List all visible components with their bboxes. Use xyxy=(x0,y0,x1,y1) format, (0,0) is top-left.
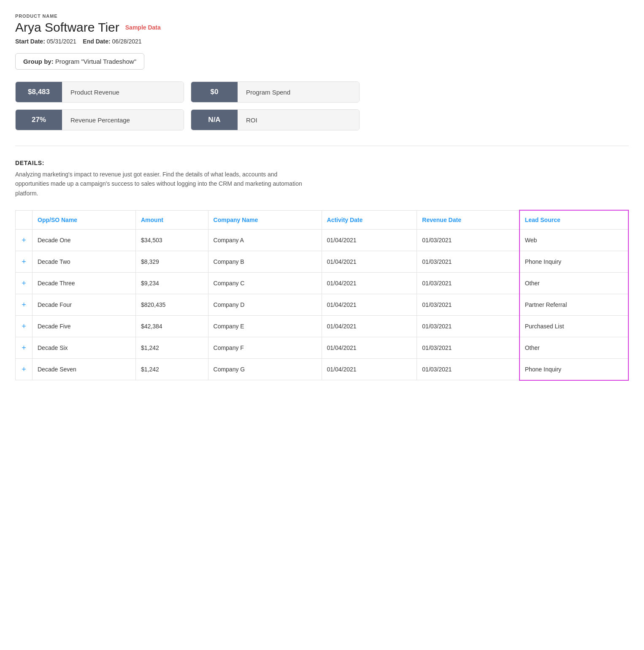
cell-lead_source-6: Phone Inquiry xyxy=(520,359,628,380)
cell-activity_date-1: 01/04/2021 xyxy=(322,251,417,273)
data-table: Opp/SO NameAmountCompany NameActivity Da… xyxy=(15,210,629,381)
cell-revenue_date-3: 01/03/2021 xyxy=(417,294,520,316)
cell-company_name-5: Company F xyxy=(208,337,322,359)
cell-expand-4: + xyxy=(16,316,32,337)
cell-opp_so_name-0: Decade One xyxy=(32,230,136,251)
col-header-lead_source[interactable]: Lead Source xyxy=(520,210,628,230)
metric-label-0: Product Revenue xyxy=(62,82,184,102)
metric-value-1: $0 xyxy=(191,82,238,102)
cell-opp_so_name-5: Decade Six xyxy=(32,337,136,359)
cell-opp_so_name-2: Decade Three xyxy=(32,273,136,294)
table-row: +Decade Seven$1,242Company G01/04/202101… xyxy=(16,359,629,380)
cell-amount-0: $34,503 xyxy=(136,230,208,251)
cell-amount-2: $9,234 xyxy=(136,273,208,294)
cell-opp_so_name-4: Decade Five xyxy=(32,316,136,337)
cell-activity_date-3: 01/04/2021 xyxy=(322,294,417,316)
cell-lead_source-1: Phone Inquiry xyxy=(520,251,628,273)
expand-button-6[interactable]: + xyxy=(22,366,26,373)
cell-opp_so_name-1: Decade Two xyxy=(32,251,136,273)
cell-amount-6: $1,242 xyxy=(136,359,208,380)
metric-label-1: Program Spend xyxy=(238,82,359,102)
sample-data-badge: Sample Data xyxy=(125,24,161,31)
product-title: Arya Software Tier xyxy=(15,20,119,35)
cell-company_name-6: Company G xyxy=(208,359,322,380)
cell-lead_source-4: Purchased List xyxy=(520,316,628,337)
table-row: +Decade One$34,503Company A01/04/202101/… xyxy=(16,230,629,251)
cell-lead_source-0: Web xyxy=(520,230,628,251)
metric-label-3: ROI xyxy=(238,110,359,130)
col-header-revenue_date[interactable]: Revenue Date xyxy=(417,210,520,230)
metric-value-2: 27% xyxy=(16,110,62,130)
cell-amount-3: $820,435 xyxy=(136,294,208,316)
expand-button-5[interactable]: + xyxy=(22,344,26,352)
table-row: +Decade Four$820,435Company D01/04/20210… xyxy=(16,294,629,316)
table-row: +Decade Three$9,234Company C01/04/202101… xyxy=(16,273,629,294)
cell-lead_source-2: Other xyxy=(520,273,628,294)
metric-card-2: 27%Revenue Percentage xyxy=(15,109,184,130)
cell-activity_date-6: 01/04/2021 xyxy=(322,359,417,380)
metrics-grid: $8,483Product Revenue$0Program Spend27%R… xyxy=(15,81,629,130)
cell-expand-5: + xyxy=(16,337,32,359)
cell-amount-4: $42,384 xyxy=(136,316,208,337)
dates-row: Start Date: 05/31/2021 End Date: 06/28/2… xyxy=(15,38,629,45)
cell-amount-1: $8,329 xyxy=(136,251,208,273)
cell-company_name-3: Company D xyxy=(208,294,322,316)
cell-activity_date-0: 01/04/2021 xyxy=(322,230,417,251)
metric-value-3: N/A xyxy=(191,110,238,130)
details-title: DETAILS: xyxy=(15,160,629,166)
details-text: Analyzing marketing's impact to revenue … xyxy=(15,170,311,198)
col-header-activity_date[interactable]: Activity Date xyxy=(322,210,417,230)
cell-opp_so_name-3: Decade Four xyxy=(32,294,136,316)
cell-company_name-1: Company B xyxy=(208,251,322,273)
expand-button-0[interactable]: + xyxy=(22,236,26,244)
cell-expand-1: + xyxy=(16,251,32,273)
col-header-expand xyxy=(16,210,32,230)
metric-label-2: Revenue Percentage xyxy=(62,110,184,130)
table-row: +Decade Five$42,384Company E01/04/202101… xyxy=(16,316,629,337)
col-header-opp_so_name[interactable]: Opp/SO Name xyxy=(32,210,136,230)
cell-revenue_date-1: 01/03/2021 xyxy=(417,251,520,273)
expand-button-2[interactable]: + xyxy=(22,279,26,287)
cell-expand-0: + xyxy=(16,230,32,251)
cell-activity_date-5: 01/04/2021 xyxy=(322,337,417,359)
col-header-company_name[interactable]: Company Name xyxy=(208,210,322,230)
metric-card-0: $8,483Product Revenue xyxy=(15,81,184,103)
cell-company_name-2: Company C xyxy=(208,273,322,294)
cell-expand-6: + xyxy=(16,359,32,380)
expand-button-4[interactable]: + xyxy=(22,322,26,330)
metric-card-1: $0Program Spend xyxy=(191,81,360,103)
cell-activity_date-2: 01/04/2021 xyxy=(322,273,417,294)
expand-button-1[interactable]: + xyxy=(22,258,26,265)
cell-opp_so_name-6: Decade Seven xyxy=(32,359,136,380)
cell-expand-2: + xyxy=(16,273,32,294)
metric-value-0: $8,483 xyxy=(16,82,62,102)
cell-company_name-4: Company E xyxy=(208,316,322,337)
details-section: DETAILS: Analyzing marketing's impact to… xyxy=(15,160,629,198)
cell-company_name-0: Company A xyxy=(208,230,322,251)
expand-button-3[interactable]: + xyxy=(22,301,26,309)
cell-revenue_date-6: 01/03/2021 xyxy=(417,359,520,380)
cell-activity_date-4: 01/04/2021 xyxy=(322,316,417,337)
group-by-box: Group by: Program "Virtual Tradeshow" xyxy=(15,53,144,70)
section-divider xyxy=(15,146,629,146)
table-row: +Decade Six$1,242Company F01/04/202101/0… xyxy=(16,337,629,359)
product-name-label: PRODUCT NAME xyxy=(15,14,629,19)
col-header-amount[interactable]: Amount xyxy=(136,210,208,230)
metric-card-3: N/AROI xyxy=(191,109,360,130)
cell-revenue_date-4: 01/03/2021 xyxy=(417,316,520,337)
cell-revenue_date-2: 01/03/2021 xyxy=(417,273,520,294)
cell-lead_source-5: Other xyxy=(520,337,628,359)
table-row: +Decade Two$8,329Company B01/04/202101/0… xyxy=(16,251,629,273)
cell-revenue_date-0: 01/03/2021 xyxy=(417,230,520,251)
cell-amount-5: $1,242 xyxy=(136,337,208,359)
cell-expand-3: + xyxy=(16,294,32,316)
cell-lead_source-3: Partner Referral xyxy=(520,294,628,316)
cell-revenue_date-5: 01/03/2021 xyxy=(417,337,520,359)
